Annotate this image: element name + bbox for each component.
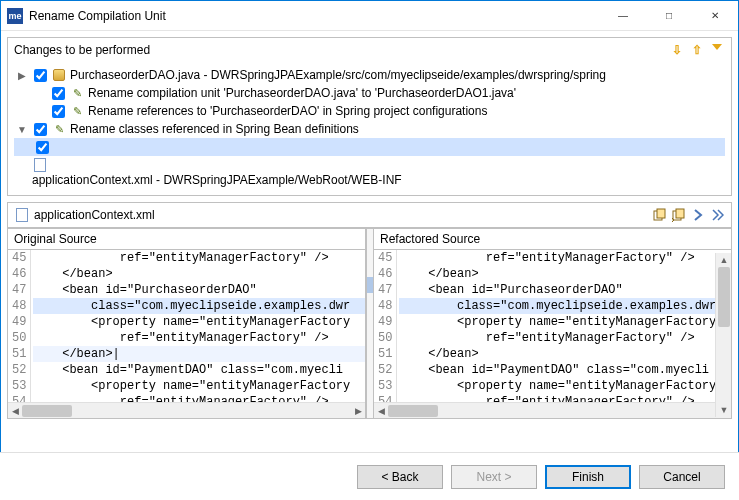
- twisty-icon[interactable]: ▼: [14, 124, 30, 135]
- finish-button[interactable]: Finish: [545, 465, 631, 489]
- filter-icon[interactable]: [709, 42, 725, 58]
- window-title: Rename Compilation Unit: [29, 9, 600, 23]
- wizard-buttons: < Back Next > Finish Cancel: [0, 452, 739, 500]
- tree-checkbox[interactable]: [52, 87, 65, 100]
- text-icon: [51, 121, 67, 137]
- changes-title: Changes to be performed: [14, 43, 669, 57]
- right-pane: Refactored Source 45 46 47 48 49 50 51 5…: [374, 229, 731, 418]
- compare-toolbar: [652, 207, 725, 223]
- changes-header: Changes to be performed ⇩ ⇧: [8, 38, 731, 62]
- twisty-icon[interactable]: ▶: [14, 70, 30, 81]
- app-icon: me: [7, 8, 23, 24]
- tree-item-label: applicationContext.xml - DWRSpringJPAExa…: [32, 173, 402, 187]
- scroll-right-icon[interactable]: ▶: [351, 403, 365, 418]
- tree-item-label: Rename references to 'PurchaseorderDAO' …: [88, 104, 487, 118]
- copy-all-left-icon[interactable]: [652, 207, 668, 223]
- text-icon: [69, 103, 85, 119]
- tree-checkbox[interactable]: [34, 123, 47, 136]
- right-hscroll[interactable]: ◀ ▶: [374, 402, 731, 418]
- next-diff-icon[interactable]: [690, 207, 706, 223]
- tree-item-label: Rename classes referenced in Spring Bean…: [70, 122, 359, 136]
- titlebar: me Rename Compilation Unit ― □ ✕: [1, 1, 738, 31]
- tree-item[interactable]: ▶PurchaseorderDAO.java - DWRSpringJPAExa…: [14, 66, 725, 84]
- prev-change-icon[interactable]: ⇧: [689, 42, 705, 58]
- svg-rect-3: [676, 209, 684, 218]
- compare-file-tab: applicationContext.xml: [8, 203, 731, 228]
- scroll-left-icon[interactable]: ◀: [8, 403, 22, 418]
- text-icon: [69, 85, 85, 101]
- left-lines: ref="entityManagerFactory" /> </bean> <b…: [31, 250, 365, 402]
- tree-item[interactable]: applicationContext.xml - DWRSpringJPAExa…: [14, 138, 725, 156]
- window-controls: ― □ ✕: [600, 1, 738, 31]
- pkg-icon: [51, 67, 67, 83]
- scroll-left-icon[interactable]: ◀: [374, 403, 388, 418]
- file-icon: [32, 157, 48, 173]
- right-lines: ref="entityManagerFactory" /> </bean> <b…: [397, 250, 731, 402]
- tree-checkbox[interactable]: [52, 105, 65, 118]
- cancel-button[interactable]: Cancel: [639, 465, 725, 489]
- tree-item[interactable]: ▼Rename classes referenced in Spring Bea…: [14, 120, 725, 138]
- right-pane-header: Refactored Source: [374, 229, 731, 250]
- hscroll-thumb[interactable]: [22, 405, 72, 417]
- diff-marker: [367, 277, 373, 293]
- compare-panes: Original Source 45 46 47 48 49 50 51 52 …: [8, 228, 731, 418]
- svg-rect-1: [657, 209, 665, 218]
- copy-current-left-icon[interactable]: [671, 207, 687, 223]
- tree-checkbox[interactable]: [36, 141, 49, 154]
- left-code[interactable]: 45 46 47 48 49 50 51 52 53 54 55 56 ref=…: [8, 250, 365, 402]
- changes-tree[interactable]: ▶PurchaseorderDAO.java - DWRSpringJPAExa…: [8, 62, 731, 195]
- tree-item[interactable]: Rename compilation unit 'PurchaseorderDA…: [14, 84, 725, 102]
- tree-item[interactable]: Rename references to 'PurchaseorderDAO' …: [14, 102, 725, 120]
- changes-section: Changes to be performed ⇩ ⇧ ▶Purchaseord…: [7, 37, 732, 196]
- vscroll-thumb[interactable]: [718, 267, 730, 327]
- compare-file-name: applicationContext.xml: [34, 208, 652, 222]
- right-vscroll[interactable]: ▲ ▼: [715, 253, 731, 417]
- left-pane: Original Source 45 46 47 48 49 50 51 52 …: [8, 229, 366, 418]
- scroll-down-icon[interactable]: ▼: [716, 403, 732, 417]
- close-button[interactable]: ✕: [692, 1, 738, 31]
- next-button: Next >: [451, 465, 537, 489]
- back-button[interactable]: < Back: [357, 465, 443, 489]
- right-gutter: 45 46 47 48 49 50 51 52 53 54 55 56: [374, 250, 397, 402]
- right-code[interactable]: 45 46 47 48 49 50 51 52 53 54 55 56 ref=…: [374, 250, 731, 402]
- xml-file-icon: [14, 207, 30, 223]
- tree-checkbox[interactable]: [34, 69, 47, 82]
- changes-toolbar: ⇩ ⇧: [669, 42, 725, 58]
- tree-item-label: PurchaseorderDAO.java - DWRSpringJPAExam…: [70, 68, 606, 82]
- left-gutter: 45 46 47 48 49 50 51 52 53 54 55 56: [8, 250, 31, 402]
- minimize-button[interactable]: ―: [600, 1, 646, 31]
- next-change-diff-icon[interactable]: [709, 207, 725, 223]
- compare-section: applicationContext.xml Original Source 4…: [7, 202, 732, 419]
- scroll-up-icon[interactable]: ▲: [716, 253, 732, 267]
- next-change-icon[interactable]: ⇩: [669, 42, 685, 58]
- hscroll-thumb[interactable]: [388, 405, 438, 417]
- left-pane-header: Original Source: [8, 229, 365, 250]
- compare-divider: [366, 229, 374, 418]
- left-hscroll[interactable]: ◀ ▶: [8, 402, 365, 418]
- tree-item-label: Rename compilation unit 'PurchaseorderDA…: [88, 86, 516, 100]
- maximize-button[interactable]: □: [646, 1, 692, 31]
